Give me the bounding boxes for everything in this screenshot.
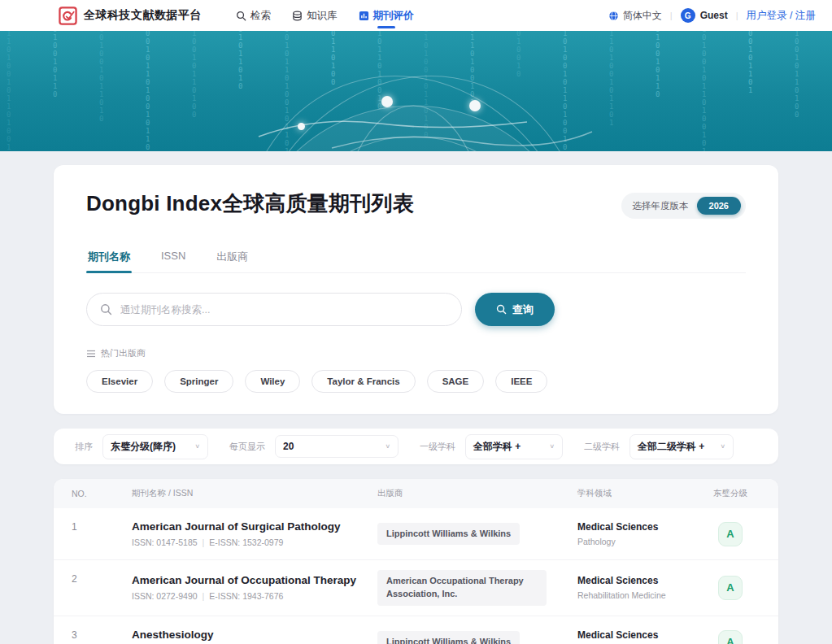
col-header-publisher: 出版商	[377, 488, 577, 499]
chevron-down-icon: ∨	[549, 443, 555, 450]
row-number: 1	[72, 518, 132, 533]
auth-separator: /	[787, 10, 795, 21]
divider: |	[736, 11, 738, 20]
tab-issn[interactable]: ISSN	[159, 243, 187, 272]
register-link[interactable]: 注册	[795, 10, 816, 21]
subject-subfield: Pathology	[577, 537, 700, 546]
user-menu[interactable]: G Guest	[681, 8, 728, 23]
nav-items: 检索 知识库 期刊评价	[236, 0, 414, 31]
page-title: Dongbi Index全球高质量期刊列表	[86, 189, 414, 218]
globe-graphic	[210, 73, 616, 151]
top-navbar: 全球科技文献数据平台 检索 知识库 期刊评价	[0, 0, 832, 31]
level2-subject-label: 二级学科	[584, 441, 620, 453]
publisher-tag: Lippincott Williams & Wilkins	[377, 631, 520, 644]
journal-name[interactable]: American Journal of Occupational Therapy	[132, 574, 377, 586]
sort-label: 排序	[75, 441, 93, 453]
publisher-chips: Elsevier Springer Wiley Taylor & Francis…	[86, 370, 746, 393]
active-tab-underline	[377, 26, 395, 28]
map-marker-dot	[469, 100, 481, 111]
nav-item-search[interactable]: 检索	[236, 0, 271, 31]
journal-name[interactable]: American Journal of Surgical Pathology	[132, 520, 377, 533]
search-mode-tabs: 期刊名称 ISSN 出版商	[86, 243, 746, 273]
journal-list-card: Dongbi Index全球高质量期刊列表 选择年度版本 2026 期刊名称 I…	[54, 165, 778, 414]
table-header: NO. 期刊名称 / ISSN 出版商 学科领域 东璧分级	[54, 479, 778, 508]
journal-name[interactable]: Anesthesiology	[132, 629, 377, 641]
journal-eval-icon	[359, 11, 369, 21]
publisher-chip-taylor-francis[interactable]: Taylor & Francis	[311, 370, 415, 393]
subject-field: Medical Sciences	[577, 575, 700, 586]
year-badge[interactable]: 2026	[697, 197, 741, 215]
nav-item-label: 检索	[250, 9, 271, 23]
brand[interactable]: 全球科技文献数据平台	[59, 7, 202, 25]
grade-badge: A	[718, 522, 743, 546]
publisher-chip-wiley[interactable]: Wiley	[245, 370, 300, 393]
sort-value: 东璧分级(降序)	[111, 440, 176, 454]
publisher-tag: American Occupational Therapy Associatio…	[377, 570, 547, 606]
language-label: 简体中文	[623, 9, 662, 23]
table-row[interactable]: 1 American Journal of Surgical Pathology…	[54, 508, 778, 560]
knowledge-icon	[292, 11, 303, 21]
publisher-chip-elsevier[interactable]: Elsevier	[86, 370, 153, 393]
search-icon	[496, 304, 507, 315]
query-button-label: 查询	[512, 302, 534, 317]
nav-item-label: 知识库	[307, 9, 338, 23]
page-size-label: 每页显示	[229, 441, 265, 453]
list-icon	[86, 349, 96, 359]
brand-logo-icon	[59, 7, 77, 25]
page-size-value: 20	[283, 441, 294, 452]
chevron-down-icon: ∨	[194, 443, 200, 450]
journal-issn: ISSN: 0147-5185|E-ISSN: 1532-0979	[132, 537, 377, 547]
hero-banner: 0110100101101001011010110100101101101001…	[0, 31, 832, 151]
hot-publishers-label: 热门出版商	[101, 347, 146, 359]
map-marker-dot	[298, 123, 305, 130]
table-row[interactable]: 2 American Journal of Occupational Thera…	[54, 560, 778, 616]
level2-subject-select[interactable]: 全部二级学科 + ∨	[629, 434, 734, 459]
row-number: 2	[72, 570, 132, 585]
subject-subfield: Rehabilitation Medicine	[577, 590, 700, 600]
level1-subject-label: 一级学科	[420, 441, 455, 453]
year-version-label: 选择年度版本	[633, 200, 689, 212]
col-header-field: 学科领域	[577, 488, 700, 499]
search-icon	[100, 303, 112, 315]
journal-search-input[interactable]	[120, 304, 448, 315]
hot-publishers-header: 热门出版商	[86, 347, 746, 359]
journal-table: NO. 期刊名称 / ISSN 出版商 学科领域 东璧分级 1 American…	[54, 479, 778, 644]
table-row[interactable]: 3 Anesthesiology ISSN: 0003-3022|E-ISSN:…	[54, 616, 778, 644]
level1-subject-select[interactable]: 全部学科 + ∨	[465, 434, 563, 459]
grade-badge: A	[718, 630, 743, 644]
globe-icon	[608, 11, 619, 21]
brand-name: 全球科技文献数据平台	[84, 8, 202, 23]
subject-field: Medical Sciences	[577, 629, 700, 641]
auth-links: 用户登录 / 注册	[747, 9, 816, 23]
year-version-picker[interactable]: 选择年度版本 2026	[621, 193, 746, 219]
col-header-grade: 东璧分级	[700, 488, 760, 499]
divider: |	[670, 11, 673, 20]
sort-select[interactable]: 东璧分级(降序) ∨	[102, 434, 208, 459]
journal-issn: ISSN: 0272-9490|E-ISSN: 1943-7676	[132, 591, 377, 601]
level1-subject-value: 全部学科 +	[473, 440, 521, 454]
search-icon	[236, 11, 246, 21]
filter-bar: 排序 东璧分级(降序) ∨ 每页显示 20 ∨ 一级学科 全部学科 + ∨ 二级…	[54, 429, 778, 464]
col-header-no: NO.	[72, 489, 132, 498]
username: Guest	[700, 10, 728, 21]
nav-item-knowledge[interactable]: 知识库	[292, 0, 338, 31]
nav-item-journal-eval[interactable]: 期刊评价	[359, 0, 414, 31]
chevron-down-icon: ∨	[385, 443, 390, 450]
query-button[interactable]: 查询	[475, 293, 555, 326]
publisher-chip-springer[interactable]: Springer	[164, 370, 233, 393]
search-box[interactable]	[86, 293, 462, 326]
navbar-right: 简体中文 | G Guest | 用户登录 / 注册	[608, 8, 816, 23]
row-number: 3	[72, 626, 132, 641]
publisher-chip-sage[interactable]: SAGE	[427, 370, 485, 393]
level2-subject-value: 全部二级学科 +	[638, 440, 704, 454]
login-link[interactable]: 用户登录	[747, 10, 787, 21]
language-switcher[interactable]: 简体中文	[608, 9, 662, 23]
map-marker-dot	[381, 96, 393, 107]
grade-badge: A	[718, 576, 743, 600]
publisher-tag: Lippincott Williams & Wilkins	[377, 523, 520, 546]
tab-publisher[interactable]: 出版商	[215, 243, 250, 272]
nav-item-label: 期刊评价	[373, 9, 414, 23]
tab-journal-name[interactable]: 期刊名称	[86, 243, 132, 272]
page-size-select[interactable]: 20 ∨	[275, 435, 399, 458]
publisher-chip-ieee[interactable]: IEEE	[495, 370, 547, 393]
